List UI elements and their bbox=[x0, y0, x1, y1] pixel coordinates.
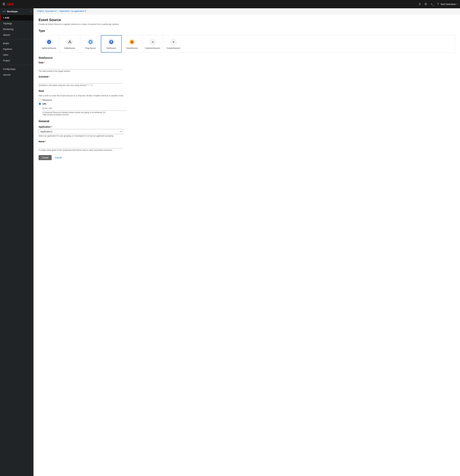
grid-icon[interactable]: ⠿ bbox=[419, 2, 421, 6]
kafkasource-icon bbox=[66, 38, 73, 45]
sidebar-item-topology[interactable]: Topology bbox=[0, 21, 33, 26]
svg-point-13 bbox=[111, 41, 112, 42]
page-title: Event Source bbox=[39, 18, 455, 22]
general-section-title: General bbox=[39, 120, 455, 123]
apiserversource-label: ApiServerSource bbox=[42, 47, 56, 49]
plus-icon[interactable]: ➕ bbox=[424, 2, 427, 6]
customersource1-label: CustomerSource1 bbox=[145, 47, 160, 49]
svg-point-9 bbox=[90, 42, 91, 42]
svg-point-20 bbox=[131, 41, 131, 41]
camelsource-label: CamelSource bbox=[126, 47, 138, 49]
svg-text:◉: ◉ bbox=[152, 41, 154, 43]
sink-section: Sink Add a Sink to route this Event Sour… bbox=[39, 90, 455, 116]
page-subtitle: Create an Event Source to register inter… bbox=[39, 23, 455, 25]
sidebar-item-add[interactable]: + Add bbox=[0, 15, 33, 21]
sinksource-icon bbox=[108, 38, 115, 45]
breadcrumb-project-value: my-project bbox=[45, 10, 55, 12]
svg-text:◉: ◉ bbox=[172, 41, 174, 43]
type-card-customersource1[interactable]: ◉ CustomerSource1 bbox=[142, 35, 163, 52]
schedule-label: Schedule * bbox=[39, 76, 455, 78]
breadcrumb-application[interactable]: Application: my-application ▾ bbox=[59, 10, 86, 12]
terminal-icon[interactable]: >_ bbox=[431, 3, 434, 6]
type-card-sinksource[interactable]: SinkSource bbox=[101, 35, 122, 52]
svg-point-15 bbox=[112, 42, 112, 42]
type-card-kafkasource[interactable]: KafkaSource bbox=[59, 35, 80, 52]
svg-point-2 bbox=[68, 40, 72, 44]
svg-point-5 bbox=[70, 42, 71, 43]
radio-resource-input[interactable] bbox=[39, 99, 41, 101]
camelsource-icon bbox=[129, 38, 135, 45]
sidebar-add-label: + Add bbox=[3, 17, 9, 19]
pingsource-label: Ping Source bbox=[85, 47, 96, 49]
radio-resource[interactable]: Resource bbox=[39, 99, 455, 101]
schedule-input[interactable] bbox=[39, 79, 123, 84]
sidebar-item-builds[interactable]: Builds bbox=[0, 41, 33, 46]
sidebar-context-header[interactable]: </> Developer ▾ bbox=[0, 8, 33, 15]
schedule-hint: Schedule is described using the unix-cro… bbox=[39, 84, 123, 86]
type-cards-container: </> ApiServerSource bbox=[39, 35, 455, 53]
data-input[interactable] bbox=[39, 65, 123, 69]
pingsource-icon bbox=[87, 38, 94, 45]
uri-input[interactable] bbox=[42, 106, 127, 111]
sidebar-secrets-label: Secrets bbox=[3, 74, 10, 76]
sinksource-section-title: SinkSource bbox=[39, 57, 455, 59]
sidebar-item-monitoring[interactable]: Monitoring bbox=[0, 26, 33, 32]
sidebar-configmaps-label: Config Maps bbox=[3, 68, 16, 70]
user-chevron-icon: ▾ bbox=[457, 3, 457, 5]
schedule-required-star: * bbox=[49, 76, 50, 78]
sink-radio-group: Resource URI bbox=[39, 99, 455, 105]
type-card-apiserversource[interactable]: </> ApiServerSource bbox=[39, 35, 59, 52]
sinksource-label: SinkSource bbox=[106, 47, 116, 49]
sidebar-item-pipelines[interactable]: Pipelines bbox=[0, 46, 33, 52]
sidebar-search-label: Search bbox=[3, 34, 10, 36]
user-label: Ned Username bbox=[441, 3, 456, 5]
cancel-button[interactable]: Cancel bbox=[54, 155, 63, 160]
name-form-group: Name * A unique name given to the compon… bbox=[39, 140, 455, 151]
sidebar-divider-1 bbox=[0, 39, 33, 39]
type-card-customsource2[interactable]: ◉ CustomSource2 bbox=[163, 35, 184, 52]
schedule-form-group: Schedule * Schedule is described using t… bbox=[39, 76, 455, 86]
svg-point-14 bbox=[110, 42, 111, 42]
data-form-group: Data * The data posted to the target fun… bbox=[39, 61, 455, 72]
application-label: Application * bbox=[39, 126, 455, 128]
radio-uri-label: URI bbox=[42, 102, 46, 105]
name-label: Name * bbox=[39, 140, 455, 143]
create-button[interactable]: Create bbox=[39, 155, 52, 160]
sidebar-builds-label: Builds bbox=[3, 42, 9, 45]
application-form-group: Application * Application1 Unassigned ▾ … bbox=[39, 126, 455, 137]
breadcrumb-app-arrow: ▾ bbox=[85, 10, 86, 12]
type-card-camelsource[interactable]: CamelSource bbox=[122, 35, 142, 52]
name-hint: A unique name given to the component tha… bbox=[39, 149, 123, 151]
breadcrumb-app-label: Application: bbox=[59, 10, 70, 12]
name-input[interactable] bbox=[39, 144, 123, 148]
sidebar-project-label: Project bbox=[3, 59, 10, 62]
type-card-pingsource[interactable]: Ping Source bbox=[80, 35, 101, 52]
breadcrumb-project-arrow: ▾ bbox=[55, 10, 57, 12]
sidebar-topology-label: Topology bbox=[3, 22, 12, 25]
breadcrumb-project[interactable]: Project: my-project ▾ bbox=[37, 10, 57, 12]
svg-text:</>: </> bbox=[48, 41, 50, 43]
help-icon[interactable]: ? bbox=[437, 3, 439, 6]
top-nav-icons: ⠿ ➕ >_ ? bbox=[419, 2, 439, 6]
breadcrumb-sep: | bbox=[58, 10, 58, 12]
sidebar-item-search[interactable]: Search bbox=[0, 32, 33, 38]
customersource1-icon: ◉ bbox=[149, 38, 156, 45]
application-select[interactable]: Application1 Unassigned bbox=[39, 129, 123, 134]
user-menu[interactable]: Ned Username ▾ bbox=[441, 3, 457, 5]
sink-description: Add a Sink to route this Event Source to… bbox=[39, 94, 455, 97]
radio-resource-label: Resource bbox=[42, 99, 52, 101]
sidebar-item-secrets[interactable]: Secrets bbox=[0, 72, 33, 78]
sidebar-item-project[interactable]: Project bbox=[0, 58, 33, 63]
apiserversource-icon: </> bbox=[46, 38, 53, 45]
radio-uri[interactable]: URI bbox=[39, 102, 455, 105]
sidebar-item-helm[interactable]: Helm bbox=[0, 52, 33, 58]
svg-point-4 bbox=[68, 42, 69, 43]
breadcrumb-project-label: Project: bbox=[37, 10, 44, 12]
sidebar-context-label: Developer bbox=[7, 10, 30, 13]
data-hint: The data posted to the target function bbox=[39, 70, 123, 72]
hamburger-menu[interactable]: ☰ bbox=[3, 2, 5, 6]
sidebar-item-configmaps[interactable]: Config Maps bbox=[0, 66, 33, 72]
radio-uri-input[interactable] bbox=[39, 102, 41, 105]
sidebar-pipelines-label: Pipelines bbox=[3, 48, 12, 51]
customsource2-label: CustomSource2 bbox=[167, 47, 180, 49]
